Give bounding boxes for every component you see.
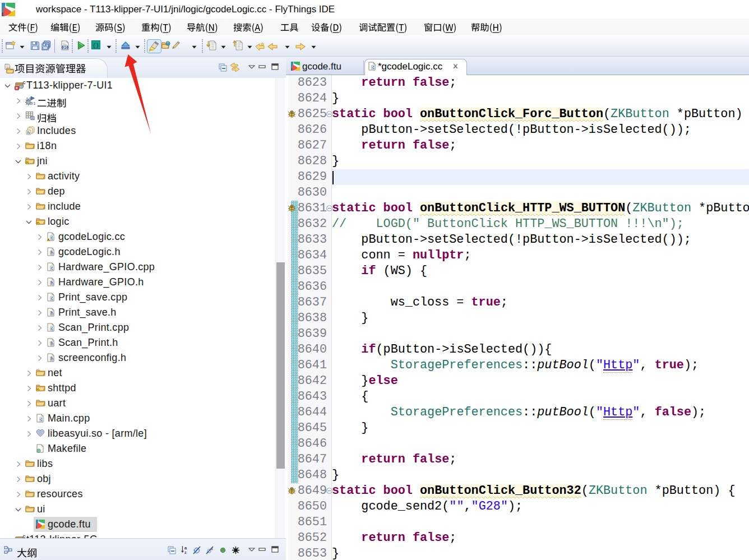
svg-text:h: h [50,356,54,362]
svg-text:01: 01 [31,101,36,105]
svg-text:010: 010 [62,46,68,50]
svg-text:c: c [50,265,53,271]
svg-text:h: h [50,250,54,256]
svg-text:h: h [27,130,30,135]
svg-text:c: c [50,295,53,301]
svg-text:c: c [372,64,375,70]
svg-text:h: h [50,280,54,286]
svg-text:c: c [50,326,53,331]
svg-text:c: c [50,235,53,240]
svg-text:z: z [184,550,187,554]
svg-text:C: C [23,81,26,85]
svg-text:x: x [16,86,18,90]
svg-text:c: c [40,416,43,422]
svg-text:h: h [50,341,54,346]
svg-text:h: h [50,311,54,316]
svg-text:{}: {} [93,43,99,49]
